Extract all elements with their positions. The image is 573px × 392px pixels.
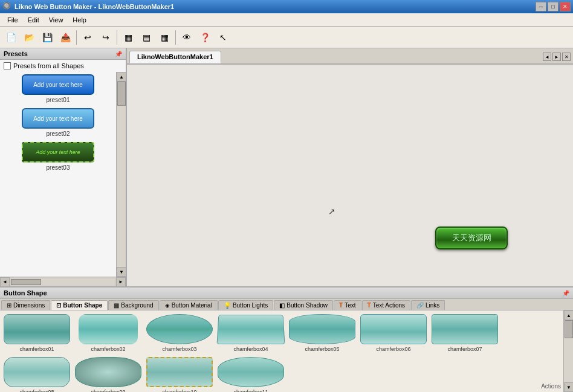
tab-text-actions[interactable]: T Text Actions bbox=[362, 300, 410, 310]
toolbar-separator-2 bbox=[117, 30, 117, 45]
background-icon: ▦ bbox=[114, 302, 119, 309]
canvas-preview-button[interactable]: 天天资源网 bbox=[435, 227, 508, 249]
chamferbox09-thumb[interactable] bbox=[75, 357, 141, 387]
grid3-button[interactable]: ▦ bbox=[156, 29, 173, 46]
tab-button-lights[interactable]: 💡 Button Lights bbox=[218, 300, 273, 310]
lower-tabs: ⊞ Dimensions ⊡ Button Shape ▦ Background… bbox=[0, 299, 573, 310]
chamferbox04-thumb[interactable] bbox=[217, 315, 285, 344]
chamferbox07-thumb[interactable] bbox=[432, 314, 498, 344]
toolbar-separator-3 bbox=[175, 30, 176, 45]
scroll-down-button[interactable]: ▼ bbox=[117, 267, 126, 277]
menu-help[interactable]: Help bbox=[68, 15, 91, 25]
export-button[interactable]: 📤 bbox=[57, 29, 74, 46]
menu-view[interactable]: View bbox=[44, 15, 68, 25]
chamferbox06-label: chamferbox06 bbox=[376, 346, 410, 352]
chamferbox08-thumb[interactable] bbox=[4, 357, 70, 387]
hscroll-right-button[interactable]: ► bbox=[116, 277, 126, 287]
grid1-button[interactable]: ▦ bbox=[120, 29, 137, 46]
tab-close-button[interactable]: ✕ bbox=[562, 53, 571, 61]
presets-scrollbar: ▲ ▼ bbox=[116, 72, 126, 277]
shape-chamferbox06[interactable]: chamferbox06 bbox=[360, 314, 427, 352]
chamferbox05-thumb[interactable] bbox=[289, 314, 355, 344]
tab-links[interactable]: 🔗 Links bbox=[411, 300, 445, 310]
lower-content: chamferbox01 chamferbox02 chamferbox03 c… bbox=[0, 310, 573, 392]
chamferbox10-label: chamferbox10 bbox=[162, 389, 196, 392]
presets-pin[interactable]: 📌 bbox=[115, 51, 122, 57]
preset-item-1[interactable]: Add your text here preset01 bbox=[2, 74, 114, 103]
actions-label: Actions bbox=[541, 383, 561, 390]
preset-item-2[interactable]: Add your text here preset02 bbox=[2, 108, 114, 137]
presets-all-shapes: Presets from all Shapes bbox=[0, 60, 126, 72]
shape-chamferbox09[interactable]: chamferbox09 bbox=[75, 357, 141, 392]
scroll-up-button[interactable]: ▲ bbox=[117, 72, 126, 82]
tab-button-shape[interactable]: ⊡ Button Shape bbox=[51, 300, 108, 310]
preview-button[interactable]: 👁 bbox=[178, 29, 195, 46]
canvas-content[interactable]: ↗ 天天资源网 bbox=[127, 65, 573, 286]
lights-icon: 💡 bbox=[224, 302, 231, 309]
preset-item-3[interactable]: Add your text here preset03 bbox=[2, 142, 114, 171]
lower-scroll-thumb[interactable] bbox=[565, 320, 573, 338]
shape-chamferbox04[interactable]: chamferbox04 bbox=[218, 314, 284, 352]
shape-chamferbox08[interactable]: chamferbox08 bbox=[4, 357, 70, 392]
presets-outer: Add your text here preset01 Add your tex… bbox=[0, 72, 126, 277]
chamferbox09-label: chamferbox09 bbox=[91, 389, 125, 392]
material-icon: ◈ bbox=[165, 302, 170, 309]
shape-chamferbox02[interactable]: chamferbox02 bbox=[75, 314, 141, 352]
hscroll-left-button[interactable]: ◄ bbox=[0, 277, 10, 287]
hscroll-thumb[interactable] bbox=[11, 279, 41, 285]
shape-chamferbox07[interactable]: chamferbox07 bbox=[432, 314, 498, 352]
shape-chamferbox10[interactable]: chamferbox10 bbox=[146, 357, 213, 392]
tab-dimensions[interactable]: ⊞ Dimensions bbox=[1, 300, 50, 310]
help-button[interactable]: ❓ bbox=[196, 29, 213, 46]
tab-button-material[interactable]: ◈ Button Material bbox=[160, 300, 218, 310]
minimize-button[interactable]: ─ bbox=[536, 2, 546, 11]
tab-next-button[interactable]: ► bbox=[552, 53, 561, 61]
shape-chamferbox11[interactable]: chamferbox11 bbox=[218, 357, 284, 392]
chamferbox01-thumb[interactable] bbox=[4, 314, 70, 344]
preset-button-1[interactable]: Add your text here bbox=[22, 74, 94, 95]
tab-background[interactable]: ▦ Background bbox=[108, 300, 158, 310]
maximize-button[interactable]: □ bbox=[548, 2, 558, 11]
menu-file[interactable]: File bbox=[2, 15, 23, 25]
shape-chamferbox03[interactable]: chamferbox03 bbox=[146, 314, 213, 352]
new-button[interactable]: 📄 bbox=[2, 29, 19, 46]
button-shape-icon: ⊡ bbox=[56, 302, 61, 309]
text-icon: T bbox=[339, 302, 343, 309]
lower-panel: Button Shape 📌 ⊞ Dimensions ⊡ Button Sha… bbox=[0, 286, 573, 392]
canvas-area: LiknoWebButtonMaker1 ◄ ► ✕ ↗ 天天资源网 bbox=[127, 48, 573, 286]
presets-panel-header: Presets 📌 bbox=[0, 48, 126, 60]
preset-button-3[interactable]: Add your text here bbox=[22, 142, 94, 162]
chamferbox06-thumb[interactable] bbox=[360, 314, 427, 344]
lower-scroll-down[interactable]: ▼ bbox=[564, 382, 573, 392]
dimensions-icon: ⊞ bbox=[7, 302, 11, 309]
chamferbox01-label: chamferbox01 bbox=[19, 346, 54, 352]
tab-text[interactable]: T Text bbox=[334, 300, 361, 310]
undo-button[interactable]: ↩ bbox=[79, 29, 96, 46]
lower-scroll-track bbox=[564, 320, 573, 382]
save-button[interactable]: 💾 bbox=[39, 29, 56, 46]
chamferbox02-thumb[interactable] bbox=[75, 314, 141, 344]
chamferbox11-thumb[interactable] bbox=[218, 357, 284, 387]
tab-prev-button[interactable]: ◄ bbox=[543, 53, 551, 61]
chamferbox03-thumb[interactable] bbox=[146, 314, 213, 344]
menu-edit[interactable]: Edit bbox=[23, 15, 44, 25]
cursor-button[interactable]: ↖ bbox=[215, 29, 231, 46]
all-shapes-checkbox[interactable] bbox=[4, 62, 11, 69]
shape-chamferbox01[interactable]: chamferbox01 bbox=[4, 314, 70, 352]
chamferbox08-label: chamferbox08 bbox=[19, 389, 54, 392]
tab-main[interactable]: LiknoWebButtonMaker1 bbox=[129, 51, 221, 63]
preset-button-2[interactable]: Add your text here bbox=[22, 108, 94, 129]
open-button[interactable]: 📂 bbox=[21, 29, 37, 46]
scroll-thumb[interactable] bbox=[117, 82, 126, 106]
chamferbox10-thumb[interactable] bbox=[146, 357, 213, 387]
tab-button-shadow[interactable]: ◧ Button Shadow bbox=[274, 300, 333, 310]
shape-chamferbox05[interactable]: chamferbox05 bbox=[289, 314, 355, 352]
toolbar: 📄 📂 💾 📤 ↩ ↪ ▦ ▤ ▦ 👁 ❓ ↖ bbox=[0, 27, 573, 48]
lower-scroll-up[interactable]: ▲ bbox=[564, 310, 573, 320]
redo-button[interactable]: ↪ bbox=[97, 29, 114, 46]
presets-panel: Presets 📌 Presets from all Shapes Add yo… bbox=[0, 48, 127, 286]
close-button[interactable]: ✕ bbox=[560, 2, 571, 11]
lower-panel-pin[interactable]: 📌 bbox=[562, 290, 569, 297]
grid2-button[interactable]: ▤ bbox=[138, 29, 155, 46]
main-layout: Presets 📌 Presets from all Shapes Add yo… bbox=[0, 48, 573, 392]
